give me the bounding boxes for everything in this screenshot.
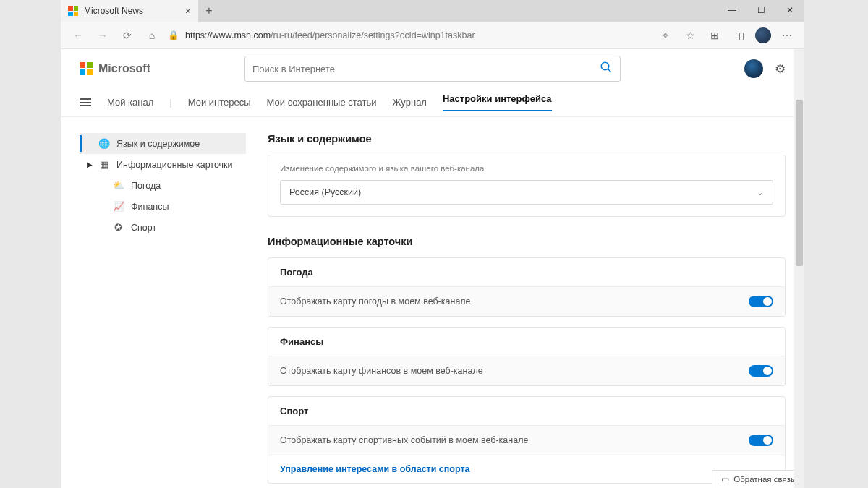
site-nav: Мой канал | Мои интересы Мои сохраненные…: [61, 88, 804, 117]
nav-history[interactable]: Журнал: [393, 97, 427, 108]
site-header: Microsoft ⚙: [61, 49, 804, 88]
sidebar-item-cards[interactable]: ▶ ▦ Информационные карточки: [80, 154, 246, 175]
sidebar-item-label: Информационные карточки: [116, 160, 233, 170]
card-icon: ▦: [98, 159, 109, 170]
scrollbar[interactable]: [794, 49, 804, 488]
ms-favicon: [68, 6, 78, 16]
collections-icon[interactable]: ⊞: [706, 27, 723, 44]
nav-my-feed[interactable]: Мой канал: [107, 97, 153, 108]
tracking-icon[interactable]: ✧: [657, 27, 674, 44]
reading-icon[interactable]: ◫: [731, 27, 748, 44]
address-bar[interactable]: 🔒 https://www.msn.com/ru-ru/feed/persona…: [168, 30, 650, 40]
search-input[interactable]: [252, 64, 600, 74]
language-note: Изменение содержимого и языка вашего веб…: [268, 155, 785, 180]
nav-settings[interactable]: Настройки интерфейса: [443, 93, 552, 111]
address-bar-row: ← → ⟳ ⌂ 🔒 https://www.msn.com/ru-ru/feed…: [61, 22, 804, 49]
feedback-label: Обратная связь: [733, 475, 795, 484]
select-value: Россия (Русский): [289, 187, 361, 197]
more-icon[interactable]: ⋯: [778, 27, 796, 44]
brand-name: Microsoft: [98, 62, 150, 75]
back-button[interactable]: ←: [69, 27, 87, 44]
toggle-sport[interactable]: [749, 435, 773, 446]
feedback-button[interactable]: ▭ Обратная связь: [712, 470, 804, 488]
menu-icon[interactable]: [80, 98, 91, 106]
sidebar-item-finance[interactable]: 📈 Финансы: [80, 196, 246, 217]
browser-tab[interactable]: Microsoft News ×: [61, 0, 198, 22]
sidebar-item-label: Язык и содержимое: [116, 139, 200, 149]
toggle-label: Отображать карту спортивных событий в мо…: [280, 435, 528, 445]
url-host: https://www.msn.com: [185, 30, 271, 40]
sidebar-item-label: Спорт: [131, 223, 156, 233]
toggle-finance[interactable]: [749, 365, 773, 377]
settings-sidebar: 🌐 Язык и содержимое ▶ ▦ Информационные к…: [80, 133, 246, 488]
card-header: Погода: [268, 258, 785, 286]
language-select[interactable]: Россия (Русский) ⌄: [280, 180, 773, 205]
home-button[interactable]: ⌂: [143, 27, 161, 44]
sport-icon: ✪: [113, 222, 124, 233]
section-title-cards: Информационные карточки: [268, 236, 786, 247]
close-icon[interactable]: ×: [185, 5, 191, 17]
globe-icon: 🌐: [98, 138, 109, 149]
section-title-language: Язык и содержимое: [268, 133, 786, 145]
card-finance: Финансы Отображать карту финансов в моем…: [268, 327, 786, 386]
sidebar-item-weather[interactable]: ⛅ Погода: [80, 175, 246, 196]
sidebar-item-label: Финансы: [131, 202, 169, 212]
manage-sport-link[interactable]: Управление интересами в области спорта: [268, 455, 785, 483]
sidebar-item-label: Погода: [131, 181, 161, 191]
nav-interests[interactable]: Мои интересы: [188, 97, 251, 108]
toggle-label: Отображать карту финансов в моем веб-кан…: [280, 366, 483, 376]
toggle-label: Отображать карту погоды в моем веб-канал…: [280, 296, 471, 307]
chevron-right-icon: ▶: [87, 160, 93, 168]
main-panel: Язык и содержимое Изменение содержимого …: [268, 133, 786, 488]
tab-title: Microsoft News: [84, 6, 143, 16]
profile-avatar[interactable]: [755, 27, 771, 43]
close-window-button[interactable]: ✕: [775, 0, 804, 20]
svg-line-1: [608, 69, 611, 72]
sidebar-item-language[interactable]: 🌐 Язык и содержимое: [80, 133, 246, 154]
brand-logo[interactable]: Microsoft: [80, 62, 150, 75]
language-card: Изменение содержимого и языка вашего веб…: [268, 155, 786, 217]
card-header: Спорт: [268, 397, 785, 425]
weather-icon: ⛅: [113, 180, 124, 191]
tab-strip: Microsoft News × + — ☐ ✕: [61, 0, 804, 22]
forward-button[interactable]: →: [94, 27, 111, 44]
card-weather: Погода Отображать карту погоды в моем ве…: [268, 257, 786, 317]
svg-point-0: [601, 62, 609, 70]
lock-icon: 🔒: [168, 30, 179, 40]
chevron-down-icon: ⌄: [757, 187, 764, 197]
user-avatar[interactable]: [744, 59, 763, 78]
url-path: /ru-ru/feed/personalize/settings?ocid=wi…: [271, 30, 475, 40]
sidebar-item-sport[interactable]: ✪ Спорт: [80, 217, 246, 238]
toggle-weather[interactable]: [749, 296, 773, 307]
card-sport: Спорт Отображать карту спортивных событи…: [268, 396, 786, 484]
gear-icon[interactable]: ⚙: [775, 61, 786, 77]
search-icon[interactable]: [600, 61, 613, 77]
maximize-button[interactable]: ☐: [746, 0, 775, 20]
search-box[interactable]: [244, 56, 621, 82]
refresh-button[interactable]: ⟳: [119, 27, 136, 44]
nav-saved[interactable]: Мои сохраненные статьи: [267, 97, 377, 108]
card-header: Финансы: [268, 328, 785, 356]
scrollbar-thumb[interactable]: [796, 100, 803, 266]
favorites-icon[interactable]: ☆: [681, 27, 699, 44]
finance-icon: 📈: [113, 201, 124, 212]
chat-icon: ▭: [721, 474, 729, 484]
minimize-button[interactable]: —: [718, 0, 746, 20]
new-tab-button[interactable]: +: [198, 0, 220, 22]
